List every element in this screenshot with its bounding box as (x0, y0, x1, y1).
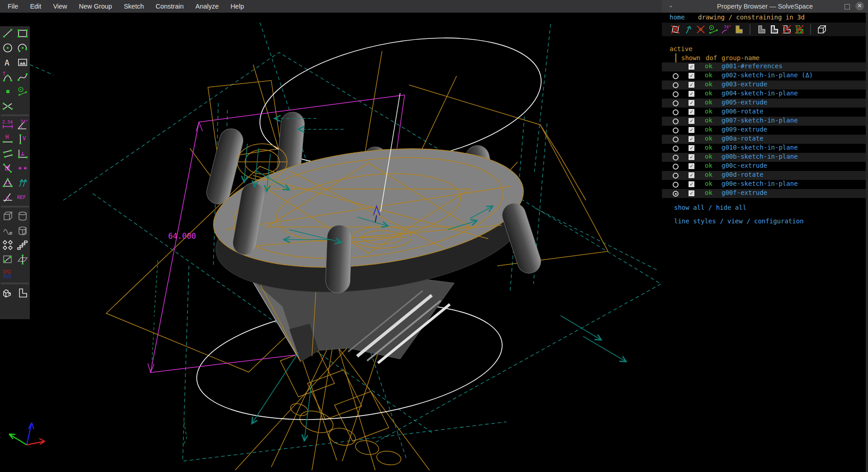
group-row[interactable]: ✓okg010-sketch-in-plane (662, 144, 866, 153)
group-name-link[interactable]: g001-#references (722, 62, 783, 70)
group-shown-checkbox[interactable]: ✓ (689, 181, 694, 187)
group-row[interactable]: ✓okg001-#references (662, 62, 866, 71)
group-name-link[interactable]: g010-sketch-in-plane (722, 144, 798, 151)
group-shown-checkbox[interactable]: ✓ (689, 118, 694, 124)
group-row[interactable]: ✓okg00d-rotate (662, 171, 866, 180)
split-curves-tool[interactable] (0, 99, 15, 113)
group-row[interactable]: ✓okg00c-extrude (662, 162, 866, 171)
toggle-mesh-icon[interactable] (793, 24, 806, 35)
group-row[interactable]: ✓okg009-extrude (662, 126, 866, 135)
group-name-link[interactable]: g00a-rotate (722, 135, 764, 142)
group-shown-checkbox[interactable]: ✓ (689, 64, 694, 70)
group-row[interactable]: ✓okg007-sketch-in-plane (662, 117, 866, 126)
group-active-radio[interactable] (673, 91, 679, 97)
outline-tool[interactable] (15, 286, 30, 300)
close-button[interactable]: ✕ (855, 2, 864, 10)
panel-scrollbar[interactable] (866, 13, 868, 472)
menu-item-sketch[interactable]: Sketch (118, 0, 150, 13)
group-shown-checkbox[interactable]: ✓ (689, 145, 694, 151)
group-active-radio[interactable] (673, 146, 679, 151)
group-name-link[interactable]: g00c-extrude (722, 162, 767, 169)
group-shown-checkbox[interactable]: ✓ (689, 82, 694, 88)
menu-item-help[interactable]: Help (225, 0, 250, 13)
group-row[interactable]: ✓okg00a-rotate (662, 135, 866, 144)
step-rotate-group-tool[interactable] (15, 238, 30, 252)
extrude-group-tool[interactable] (0, 209, 15, 223)
text-tool[interactable]: A (0, 55, 15, 70)
group-shown-checkbox[interactable]: ✓ (689, 127, 694, 133)
cubic-bezier-tool[interactable] (15, 70, 30, 84)
assemble-tool[interactable] (0, 286, 15, 300)
link-group-tool[interactable] (0, 267, 15, 281)
revolve-group-tool[interactable] (15, 223, 30, 238)
menu-item-view[interactable]: View (47, 0, 73, 13)
group-active-radio[interactable] (673, 82, 679, 88)
image-tool[interactable] (15, 55, 30, 70)
toggle-faces-icon[interactable] (780, 24, 793, 35)
menu-item-file[interactable]: File (2, 0, 24, 13)
group-name-link[interactable]: g005-extrude (722, 99, 767, 106)
sketch-in-workplane-tool[interactable] (0, 252, 15, 267)
group-shown-checkbox[interactable]: ✓ (689, 163, 694, 169)
datum-point-tool[interactable] (0, 84, 15, 99)
group-row[interactable]: ✓okg006-rotate (662, 108, 866, 117)
group-row[interactable]: ✓okg003-extrude (662, 80, 866, 90)
perpendicular-constraint-tool[interactable] (15, 146, 30, 161)
group-active-radio[interactable] (673, 127, 679, 133)
group-row[interactable]: ✓okg00e-sketch-in-plane (662, 180, 866, 189)
parallel-normals-constraint-tool[interactable] (15, 175, 30, 190)
group-active-radio[interactable] (673, 173, 679, 179)
viewport-3d[interactable]: 64.000 (0, 13, 662, 472)
symmetric-constraint-tool[interactable] (15, 161, 30, 175)
show-hide-all-link[interactable]: show all / hide all (674, 204, 746, 211)
other-angle-constraint-tool[interactable] (0, 190, 15, 204)
group-name-link[interactable]: g00e-sketch-in-plane (722, 180, 798, 187)
group-active-radio[interactable] (673, 118, 679, 124)
dimension-label[interactable]: 64.000 (168, 231, 196, 241)
group-name-link[interactable]: g007-sketch-in-plane (722, 117, 798, 124)
group-shown-checkbox[interactable]: ✓ (689, 100, 694, 106)
show-dimensions-icon[interactable]: 74° (720, 24, 732, 35)
group-shown-checkbox[interactable]: ✓ (689, 73, 694, 79)
arc-tool[interactable] (15, 41, 30, 55)
breadcrumb-home-link[interactable]: home (670, 14, 685, 21)
toggle-points-icon[interactable] (694, 24, 707, 35)
group-row[interactable]: ✓okg005-extrude (662, 99, 866, 108)
menu-item-edit[interactable]: Edit (24, 0, 47, 13)
group-shown-checkbox[interactable]: ✓ (689, 109, 694, 115)
reference-constraint-tool[interactable]: REF (15, 190, 30, 204)
group-active-radio[interactable] (673, 182, 679, 188)
group-active-radio[interactable] (673, 73, 679, 79)
vertical-constraint-tool[interactable]: V (15, 132, 30, 146)
group-row[interactable]: ✓okg004-sketch-in-plane (662, 90, 866, 99)
styles-view-config-link[interactable]: line styles / view / configuration (674, 217, 804, 225)
group-row[interactable]: ✓okg00f-extrude (662, 189, 866, 198)
group-active-radio[interactable] (673, 137, 679, 142)
show-constraints-icon[interactable] (707, 24, 720, 35)
group-active-radio[interactable] (673, 109, 679, 115)
angle-constraint-tool[interactable]: 74° (15, 118, 30, 132)
group-name-link[interactable]: g00f-extrude (722, 189, 767, 196)
circle-tool[interactable] (0, 41, 15, 55)
group-active-radio[interactable] (673, 164, 679, 170)
show-outlines-icon[interactable] (768, 24, 780, 35)
group-shown-checkbox[interactable]: ✓ (689, 91, 694, 97)
group-name-link[interactable]: g006-rotate (722, 108, 764, 115)
coincident-constraint-tool[interactable] (0, 161, 15, 175)
step-translate-group-tool[interactable] (0, 238, 15, 252)
rectangle-tool[interactable] (15, 26, 30, 41)
parallel-constraint-tool[interactable] (0, 146, 15, 161)
group-shown-checkbox[interactable]: ✓ (689, 172, 694, 178)
equal-constraint-tool[interactable] (0, 175, 15, 190)
show-occluded-icon[interactable] (816, 24, 828, 35)
group-name-link[interactable]: g004-sketch-in-plane (722, 90, 798, 97)
group-row[interactable]: ✓okg002-sketch-in-plane (Δ) (662, 71, 866, 80)
menu-item-analyze[interactable]: Analyze (189, 0, 225, 13)
maximize-button[interactable] (844, 4, 850, 9)
group-name-link[interactable]: g003-extrude (722, 80, 767, 88)
menu-item-new-group[interactable]: New Group (73, 0, 118, 13)
group-name-link[interactable]: g00d-rotate (722, 171, 764, 178)
line-segment-tool[interactable] (0, 26, 15, 41)
group-name-link[interactable]: g009-extrude (722, 126, 767, 133)
group-active-radio[interactable] (673, 155, 679, 160)
